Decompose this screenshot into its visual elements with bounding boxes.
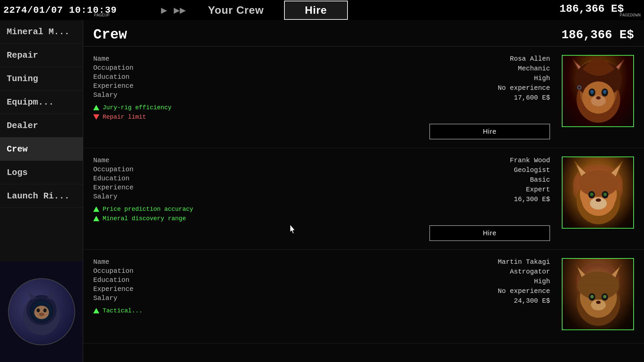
skill-tactical: Tactical... xyxy=(93,307,498,314)
svg-marker-32 xyxy=(606,161,623,179)
pagedown-label: PAGEDOWN xyxy=(620,13,641,18)
svg-rect-27 xyxy=(562,56,634,127)
main-balance: 186,366 E$ xyxy=(561,28,634,42)
skill-down-icon-1 xyxy=(93,114,99,120)
label-exp-1: Experience xyxy=(93,82,140,90)
sidebar-item-tuning[interactable]: Tuning xyxy=(0,67,83,90)
svg-point-55 xyxy=(590,295,594,298)
svg-point-51 xyxy=(582,286,614,318)
sidebar-item-logs[interactable]: Logs xyxy=(0,161,83,184)
bottom-character xyxy=(0,261,83,362)
svg-point-21 xyxy=(601,88,608,97)
svg-point-52 xyxy=(578,272,619,300)
skill-up-icon-3 xyxy=(93,308,99,313)
label-sal-2: Salary xyxy=(93,193,140,200)
sidebar: Mineral M... Repair Tuning Equipm... Dea… xyxy=(0,20,83,362)
tab-your-crew[interactable]: Your Crew xyxy=(188,1,284,20)
crew-left-frank: Name Occupation Education Experience Sal… xyxy=(93,157,429,241)
portrait-martin xyxy=(562,258,634,330)
sidebar-item-dealer[interactable]: Dealer xyxy=(0,114,83,137)
svg-point-30 xyxy=(580,176,617,213)
svg-point-24 xyxy=(591,96,606,106)
sidebar-item-launch[interactable]: Launch Ri... xyxy=(0,184,83,208)
svg-point-58 xyxy=(596,301,601,304)
svg-point-40 xyxy=(603,193,607,196)
label-edu-1: Education xyxy=(93,73,140,81)
skill-name-tactical: Tactical... xyxy=(103,307,143,314)
sidebar-item-crew[interactable]: Crew xyxy=(0,137,83,161)
value-sal-martin: 24,300 E$ xyxy=(514,297,550,305)
hire-container-frank: Hire xyxy=(429,225,550,241)
value-exp-frank: Expert xyxy=(526,186,550,193)
value-name-rosa: Rosa Allen xyxy=(510,55,550,63)
svg-marker-50 xyxy=(608,267,620,281)
sidebar-item-mineral[interactable]: Mineral M... xyxy=(0,20,83,44)
sidebar-item-repair[interactable]: Repair xyxy=(0,44,83,67)
svg-point-18 xyxy=(575,61,622,98)
page-title: Crew xyxy=(93,27,127,43)
main-header: Crew 186,366 E$ xyxy=(83,20,644,47)
svg-marker-47 xyxy=(575,264,590,282)
svg-point-36 xyxy=(578,170,619,197)
skill-repair-limit: Repair limit xyxy=(93,114,429,120)
next-arrow[interactable]: ▶▶ xyxy=(174,4,186,16)
skill-price-pred: Price prediction accuracy xyxy=(93,206,429,213)
skill-name-jury-rig: Jury-rig efficiency xyxy=(103,104,171,111)
svg-point-46 xyxy=(580,279,617,316)
top-bar: 2274/01/07 10:10:39 PAGEUP ▶ ▶▶ Your Cre… xyxy=(0,0,644,20)
svg-point-56 xyxy=(603,295,606,298)
crew-right-frank: Frank Wood Geologist Basic Expert 16,300… xyxy=(429,157,550,241)
svg-point-25 xyxy=(596,96,601,100)
label-name-3: Name xyxy=(93,258,140,266)
label-exp-2: Experience xyxy=(93,184,140,191)
skills-martin: Tactical... xyxy=(93,307,498,314)
svg-marker-34 xyxy=(608,165,621,178)
crew-right-rosa: Rosa Allen Mechanic High No experience 1… xyxy=(429,55,550,139)
hire-container-rosa: Hire xyxy=(429,124,550,139)
skill-up-icon-2a xyxy=(93,206,99,212)
svg-point-12 xyxy=(577,76,620,123)
svg-point-35 xyxy=(582,182,615,216)
tab-container: Your Crew Hire xyxy=(188,1,348,20)
prev-arrow[interactable]: ▶ xyxy=(161,4,167,16)
svg-point-13 xyxy=(580,74,617,111)
crew-left-martin: Name Occupation Education Experience Sal… xyxy=(93,258,498,335)
svg-point-22 xyxy=(590,90,594,94)
svg-point-29 xyxy=(577,177,620,224)
svg-point-39 xyxy=(590,193,593,196)
value-occ-rosa: Mechanic xyxy=(518,65,550,72)
character-portrait-small xyxy=(8,278,75,345)
hire-button-frank[interactable]: Hire xyxy=(429,225,550,241)
portrait-frank xyxy=(562,157,634,229)
value-edu-martin: High xyxy=(534,278,550,285)
svg-point-41 xyxy=(590,197,607,209)
label-edu-2: Education xyxy=(93,175,140,182)
crew-entry-frank: Name Occupation Education Experience Sal… xyxy=(83,148,644,250)
svg-point-42 xyxy=(596,198,601,202)
crew-left-rosa: Name Occupation Education Experience Sal… xyxy=(93,55,429,139)
value-edu-rosa: High xyxy=(534,74,550,82)
skill-mineral-disc: Mineral discovery range xyxy=(93,215,429,222)
label-occ-2: Occupation xyxy=(93,166,140,173)
svg-point-54 xyxy=(601,293,608,301)
label-exp-3: Experience xyxy=(93,285,140,293)
crew-entry-rosa: Name Occupation Education Experience Sal… xyxy=(83,47,644,148)
value-exp-rosa: No experience xyxy=(498,84,550,92)
crew-entry-martin: Name Occupation Education Experience Sal… xyxy=(83,250,644,344)
portrait-rosa xyxy=(562,55,634,127)
label-sal-1: Salary xyxy=(93,91,140,99)
label-sal-3: Salary xyxy=(93,294,140,302)
pageup-label: PAGEUP xyxy=(94,13,110,18)
label-edu-3: Education xyxy=(93,276,140,284)
skill-name-mineral-disc: Mineral discovery range xyxy=(103,215,186,222)
svg-marker-33 xyxy=(577,165,589,178)
sidebar-item-equipment[interactable]: Equipm... xyxy=(0,90,83,114)
hire-button-rosa[interactable]: Hire xyxy=(429,124,550,139)
nav-arrows: ▶ ▶▶ xyxy=(161,4,186,16)
svg-marker-15 xyxy=(608,59,625,76)
svg-point-26 xyxy=(578,86,581,89)
tab-hire[interactable]: Hire xyxy=(284,1,348,20)
value-name-martin: Martin Takagi xyxy=(498,258,550,266)
value-edu-frank: Basic xyxy=(530,176,550,184)
svg-point-37 xyxy=(588,191,595,198)
